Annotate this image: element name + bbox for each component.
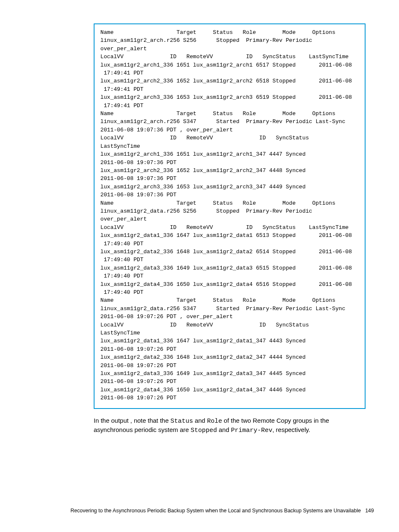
inline-code: Role [207, 418, 222, 425]
terminal-output-block: Name Target Status Role Mode Options lin… [94, 23, 366, 409]
document-page: Name Target Status Role Mode Options lin… [0, 0, 399, 532]
body-paragraph: In the output , note that the Status and… [94, 416, 350, 435]
text-fragment: , respectively. [272, 426, 310, 433]
inline-code: Stopped [191, 427, 217, 434]
footer-title: Recovering to the Asynchronous Periodic … [71, 508, 361, 514]
text-fragment: In the output , note that the [94, 417, 170, 424]
page-number: 149 [365, 508, 374, 514]
inline-code: Primary-Rev [231, 427, 272, 434]
inline-code: Status [170, 418, 193, 425]
page-footer: Recovering to the Asynchronous Periodic … [25, 508, 374, 514]
text-fragment: and [193, 417, 207, 424]
text-fragment: and [217, 426, 231, 433]
